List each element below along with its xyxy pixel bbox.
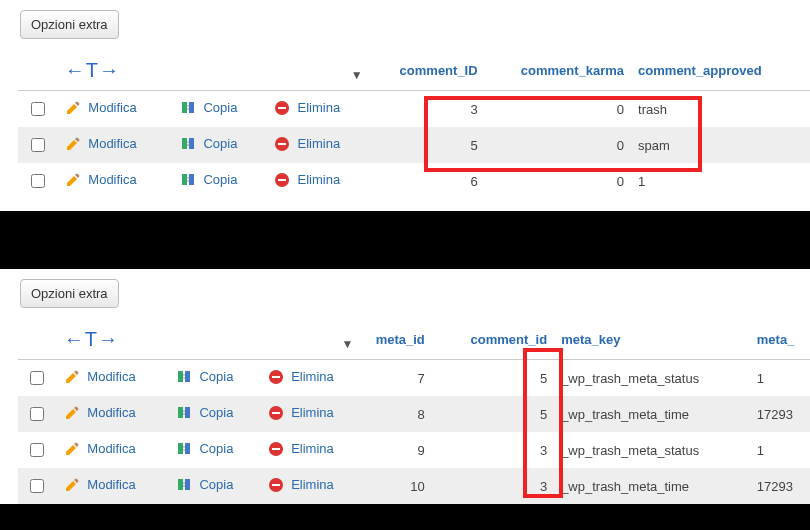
- cell-comment-id: 5: [433, 360, 555, 397]
- svg-rect-9: [189, 174, 194, 185]
- copy-icon: [176, 405, 192, 424]
- extra-options-button[interactable]: Opzioni extra: [20, 279, 119, 308]
- delete-icon: [268, 441, 284, 460]
- col-comment-id[interactable]: comment_id: [433, 322, 555, 360]
- cell-meta-key: _wp_trash_meta_time: [555, 468, 749, 504]
- svg-rect-21: [185, 443, 190, 454]
- svg-rect-3: [278, 107, 286, 109]
- dropdown-icon[interactable]: ▼: [266, 53, 371, 91]
- cell-meta-key: _wp_trash_meta_time: [555, 396, 749, 432]
- cell-comment-id: 6: [371, 163, 486, 199]
- row-checkbox[interactable]: [30, 443, 44, 457]
- dropdown-icon[interactable]: ▼: [260, 322, 362, 360]
- pencil-icon: [64, 369, 80, 388]
- edit-link[interactable]: Modifica: [88, 136, 136, 151]
- table-row: Modifica Copia Elimina 10 3 _wp_trash_me…: [18, 468, 810, 504]
- edit-link[interactable]: Modifica: [88, 100, 136, 115]
- copy-icon: [180, 172, 196, 191]
- copy-icon: [180, 136, 196, 155]
- row-checkbox[interactable]: [31, 102, 45, 116]
- row-checkbox[interactable]: [30, 479, 44, 493]
- copy-link[interactable]: Copia: [203, 136, 237, 151]
- cell-comment-id: 5: [371, 127, 486, 163]
- sort-arrows-icon[interactable]: ←T→: [65, 59, 120, 81]
- table-row: Modifica Copia Elimina 7 5 _wp_trash_met…: [18, 360, 810, 397]
- col-meta-id[interactable]: meta_id: [361, 322, 432, 360]
- col-meta-partial[interactable]: meta_: [749, 322, 810, 360]
- svg-rect-4: [182, 138, 187, 149]
- sort-arrows-icon[interactable]: ←T→: [64, 328, 119, 350]
- edit-link[interactable]: Modifica: [87, 441, 135, 456]
- delete-link[interactable]: Elimina: [291, 441, 334, 456]
- delete-icon: [274, 100, 290, 119]
- cell-comment-karma: 0: [486, 127, 632, 163]
- delete-icon: [268, 477, 284, 496]
- cell-meta-key: _wp_trash_meta_status: [555, 432, 749, 468]
- copy-link[interactable]: Copia: [199, 405, 233, 420]
- delete-link[interactable]: Elimina: [291, 405, 334, 420]
- copy-icon: [176, 369, 192, 388]
- pencil-icon: [64, 477, 80, 496]
- svg-rect-1: [189, 102, 194, 113]
- table-row: Modifica Copia Elimina 5 0 spam: [18, 127, 810, 163]
- cell-comment-approved: trash: [632, 91, 810, 128]
- copy-link[interactable]: Copia: [203, 100, 237, 115]
- cell-meta-value: 17293: [749, 396, 810, 432]
- delete-icon: [268, 369, 284, 388]
- cell-meta-id: 8: [361, 396, 432, 432]
- row-checkbox[interactable]: [30, 371, 44, 385]
- copy-icon: [180, 100, 196, 119]
- cell-comment-id: 3: [433, 432, 555, 468]
- edit-link[interactable]: Modifica: [88, 172, 136, 187]
- cell-comment-approved: spam: [632, 127, 810, 163]
- col-comment-karma[interactable]: comment_karma: [486, 53, 632, 91]
- copy-icon: [176, 441, 192, 460]
- cell-meta-value: 1: [749, 432, 810, 468]
- delete-icon: [268, 405, 284, 424]
- pencil-icon: [65, 172, 81, 191]
- comments-table: ←T→ ▼ comment_ID comment_karma comment_a…: [18, 53, 810, 199]
- pencil-icon: [64, 441, 80, 460]
- delete-link[interactable]: Elimina: [298, 172, 341, 187]
- cell-comment-id: 3: [371, 91, 486, 128]
- row-checkbox[interactable]: [31, 138, 45, 152]
- row-checkbox[interactable]: [31, 174, 45, 188]
- edit-link[interactable]: Modifica: [87, 477, 135, 492]
- svg-rect-20: [178, 443, 183, 454]
- svg-rect-11: [278, 179, 286, 181]
- edit-link[interactable]: Modifica: [87, 369, 135, 384]
- delete-link[interactable]: Elimina: [291, 369, 334, 384]
- table-row: Modifica Copia Elimina 3 0 trash: [18, 91, 810, 128]
- table-row: Modifica Copia Elimina 6 0 1: [18, 163, 810, 199]
- extra-options-button[interactable]: Opzioni extra: [20, 10, 119, 39]
- cell-comment-id: 5: [433, 396, 555, 432]
- copy-link[interactable]: Copia: [203, 172, 237, 187]
- delete-link[interactable]: Elimina: [298, 100, 341, 115]
- cell-comment-id: 3: [433, 468, 555, 504]
- svg-rect-25: [185, 479, 190, 490]
- copy-link[interactable]: Copia: [199, 369, 233, 384]
- col-comment-approved[interactable]: comment_approved: [632, 53, 810, 91]
- table-row: Modifica Copia Elimina 9 3 _wp_trash_met…: [18, 432, 810, 468]
- svg-rect-0: [182, 102, 187, 113]
- svg-rect-5: [189, 138, 194, 149]
- edit-link[interactable]: Modifica: [87, 405, 135, 420]
- col-meta-key[interactable]: meta_key: [555, 322, 749, 360]
- cell-meta-key: _wp_trash_meta_status: [555, 360, 749, 397]
- delete-link[interactable]: Elimina: [291, 477, 334, 492]
- svg-rect-23: [272, 448, 280, 450]
- copy-link[interactable]: Copia: [199, 477, 233, 492]
- commentmeta-table: ←T→ ▼ meta_id comment_id meta_key meta_ …: [18, 322, 810, 504]
- cell-comment-approved: 1: [632, 163, 810, 199]
- copy-link[interactable]: Copia: [199, 441, 233, 456]
- col-comment-id[interactable]: comment_ID: [371, 53, 486, 91]
- delete-link[interactable]: Elimina: [298, 136, 341, 151]
- cell-meta-id: 7: [361, 360, 432, 397]
- copy-icon: [176, 477, 192, 496]
- svg-rect-16: [178, 407, 183, 418]
- pencil-icon: [65, 136, 81, 155]
- cell-comment-karma: 0: [486, 163, 632, 199]
- cell-meta-value: 1: [749, 360, 810, 397]
- comments-table-panel: Opzioni extra ←T→ ▼ comment_ID comment_k…: [0, 0, 810, 211]
- row-checkbox[interactable]: [30, 407, 44, 421]
